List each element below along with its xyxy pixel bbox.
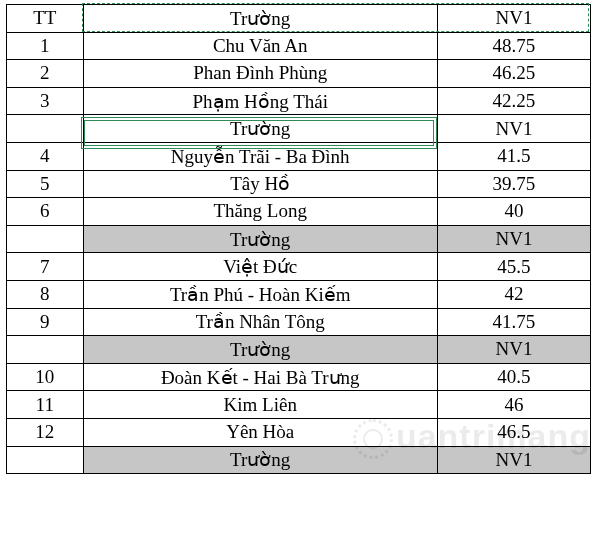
cell-nv1: 40 [437,198,590,226]
header-nv1: NV1 [437,5,590,33]
cell-tt: 9 [7,308,84,336]
table-row: 5Tây Hồ39.75 [7,170,591,198]
cell-nv1-repeat: NV1 [437,225,590,253]
cell-nv1: 41.5 [437,142,590,170]
cell-nv1: 42.25 [437,87,590,115]
cell-nv1: 46 [437,391,590,419]
cell-tt: 1 [7,32,84,60]
cell-tt: 3 [7,87,84,115]
repeat-header-row: TrườngNV1 [7,446,591,474]
cell-truong: Tây Hồ [83,170,437,198]
cell-truong: Phan Đình Phùng [83,60,437,88]
table-row: 7Việt Đức45.5 [7,253,591,281]
cell-truong: Yên Hòa [83,418,437,446]
cell-tt-blank [7,446,84,474]
cell-tt: 8 [7,280,84,308]
repeat-header-row: TrườngNV1 [7,336,591,364]
cell-truong: Chu Văn An [83,32,437,60]
cell-nv1-repeat: NV1 [437,336,590,364]
data-table: TT Trường NV1 1Chu Văn An48.752Phan Đình… [6,4,591,474]
cell-nv1-repeat: NV1 [437,446,590,474]
cell-tt: 6 [7,198,84,226]
cell-nv1: 45.5 [437,253,590,281]
cell-nv1-repeat: NV1 [437,115,590,143]
cell-tt: 7 [7,253,84,281]
table-row: 12Yên Hòa46.5 [7,418,591,446]
cell-tt-blank [7,225,84,253]
header-truong: Trường [83,5,437,33]
cell-nv1: 46.5 [437,418,590,446]
header-tt: TT [7,5,84,33]
cell-truong-repeat: Trường [83,115,437,143]
cell-truong: Kim Liên [83,391,437,419]
cell-nv1: 39.75 [437,170,590,198]
cell-truong: Phạm Hồng Thái [83,87,437,115]
cell-nv1: 48.75 [437,32,590,60]
cell-nv1: 41.75 [437,308,590,336]
cell-truong: Trần Nhân Tông [83,308,437,336]
cell-truong-repeat: Trường [83,225,437,253]
cell-tt-blank [7,115,84,143]
table-row: 8Trần Phú - Hoàn Kiếm42 [7,280,591,308]
table-row: 9Trần Nhân Tông41.75 [7,308,591,336]
table-row: 10Đoàn Kết - Hai Bà Trưng40.5 [7,363,591,391]
repeat-header-row: TrườngNV1 [7,225,591,253]
cell-truong: Trần Phú - Hoàn Kiếm [83,280,437,308]
cell-truong: Thăng Long [83,198,437,226]
cell-tt: 12 [7,418,84,446]
table-row: 4Nguyễn Trãi - Ba Đình41.5 [7,142,591,170]
cell-tt: 4 [7,142,84,170]
cell-truong: Đoàn Kết - Hai Bà Trưng [83,363,437,391]
cell-truong-repeat: Trường [83,336,437,364]
cell-tt: 11 [7,391,84,419]
table-header-row: TT Trường NV1 [7,5,591,33]
table-row: 1Chu Văn An48.75 [7,32,591,60]
cell-tt-blank [7,336,84,364]
cell-tt: 10 [7,363,84,391]
cell-truong-repeat: Trường [83,446,437,474]
cell-truong: Việt Đức [83,253,437,281]
table-row: 11Kim Liên46 [7,391,591,419]
cell-nv1: 46.25 [437,60,590,88]
cell-tt: 5 [7,170,84,198]
table-row: 2Phan Đình Phùng46.25 [7,60,591,88]
cell-tt: 2 [7,60,84,88]
cell-truong: Nguyễn Trãi - Ba Đình [83,142,437,170]
table-row: 3Phạm Hồng Thái42.25 [7,87,591,115]
table-row: 6Thăng Long40 [7,198,591,226]
repeat-header-row: TrườngNV1 [7,115,591,143]
cell-nv1: 42 [437,280,590,308]
cell-nv1: 40.5 [437,363,590,391]
